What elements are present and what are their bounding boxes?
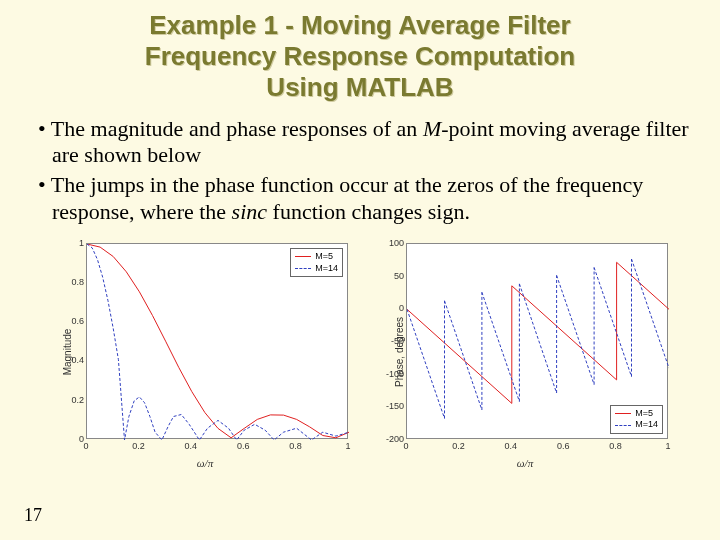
- title-line3: Using MATLAB: [266, 72, 453, 102]
- bullet-1: The magnitude and phase responses of an …: [38, 116, 692, 170]
- phase-chart: Phase, degrees M=5 M=14 ω/π -200-150-100…: [370, 237, 680, 467]
- magnitude-xlabel: ω/π: [197, 457, 213, 469]
- title-line2: Frequency Response Computation: [145, 41, 576, 71]
- phase-xlabel: ω/π: [517, 457, 533, 469]
- bullet-list: The magnitude and phase responses of an …: [0, 108, 720, 235]
- magnitude-ylabel: Magnitude: [62, 329, 73, 376]
- magnitude-plot-area: M=5 M=14: [86, 243, 348, 439]
- magnitude-chart: Magnitude M=5 M=14 ω/π 00.20.40.60.8100.…: [50, 237, 360, 467]
- bullet-2: The jumps in the phase function occur at…: [38, 172, 692, 226]
- phase-legend: M=5 M=14: [610, 405, 663, 434]
- page-number: 17: [24, 505, 42, 526]
- charts-row: Magnitude M=5 M=14 ω/π 00.20.40.60.8100.…: [0, 235, 720, 467]
- magnitude-legend: M=5 M=14: [290, 248, 343, 277]
- title-line1: Example 1 - Moving Average Filter: [149, 10, 570, 40]
- slide-title: Example 1 - Moving Average Filter Freque…: [0, 0, 720, 108]
- phase-plot-area: M=5 M=14: [406, 243, 668, 439]
